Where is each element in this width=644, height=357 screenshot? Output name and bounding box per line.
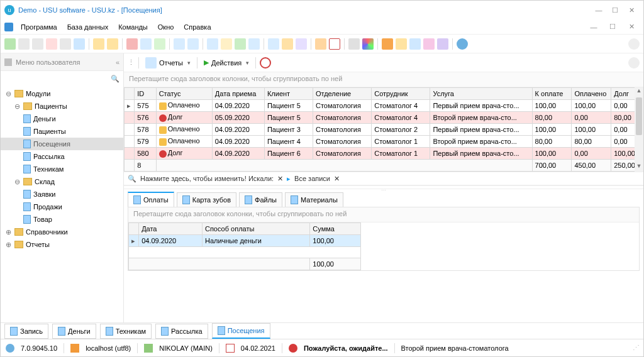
clock-icon[interactable] <box>315 38 326 50</box>
table-row[interactable]: 578Оплачено04.09.2020Пациент 3Стоматолог… <box>125 124 643 136</box>
calendar-icon[interactable] <box>329 38 340 50</box>
copy-icon[interactable] <box>60 38 71 50</box>
tab-files[interactable]: Файлы <box>239 192 282 207</box>
grid-scrollbar[interactable]: ▲ ▼ <box>635 87 643 172</box>
excel-icon[interactable] <box>235 38 246 50</box>
grid-menu-icon[interactable]: ⋮ <box>128 58 135 67</box>
table-icon[interactable] <box>174 38 185 50</box>
mdi-close-button[interactable]: ✕ <box>623 20 640 34</box>
col-status[interactable]: Статус <box>156 88 212 100</box>
award-icon[interactable] <box>107 38 118 50</box>
tree-modules[interactable]: ⊖Модули <box>1 87 123 100</box>
ftab-money[interactable]: Деньги <box>52 324 96 339</box>
mdi-restore-button[interactable]: ☐ <box>604 20 621 34</box>
mdi-minimize-button[interactable]: — <box>586 20 602 34</box>
group-icon[interactable] <box>423 38 435 50</box>
table-row[interactable]: ▸575Оплачено04.09.2020Пациент 5Стоматоло… <box>125 100 643 112</box>
dcol-sum[interactable]: Сумма <box>310 223 361 235</box>
import-icon[interactable] <box>248 38 260 50</box>
col-paid[interactable]: Оплачено <box>572 88 611 100</box>
bell-icon[interactable] <box>396 38 407 50</box>
image-icon[interactable] <box>140 38 152 50</box>
scroll-down-icon[interactable]: ▼ <box>636 163 642 172</box>
stop-button[interactable] <box>260 57 271 69</box>
scroll-up-icon[interactable]: ▲ <box>636 87 642 96</box>
menu-help[interactable]: Справка <box>180 22 214 32</box>
filter-clear-1[interactable]: ✕ <box>277 175 283 183</box>
tab-materials[interactable]: Материалы <box>285 192 343 207</box>
tab-teeth[interactable]: Карта зубов <box>177 192 236 207</box>
rss-icon[interactable] <box>382 38 393 50</box>
detail-grid[interactable]: Дата Способ оплаты Сумма ▸ 04.09.2020 На… <box>128 222 361 270</box>
flag-icon[interactable] <box>126 38 138 50</box>
tree-patients[interactable]: ⊖Пациенты <box>1 100 123 113</box>
ftab-tech[interactable]: Техникам <box>100 324 152 339</box>
tree-visits[interactable]: Посещения <box>1 138 123 150</box>
menu-program[interactable]: Программа <box>17 22 61 32</box>
add-doc-icon[interactable] <box>207 38 218 50</box>
scroll-thumb[interactable] <box>636 97 642 135</box>
col-topay[interactable]: К оплате <box>532 88 572 100</box>
dcol-method[interactable]: Способ оплаты <box>202 223 309 235</box>
star-icon[interactable] <box>282 38 293 50</box>
wand-icon[interactable] <box>437 38 448 50</box>
help-icon[interactable] <box>628 38 640 50</box>
filter-bar[interactable]: 🔍 Нажмите здесь, чтобы изменить! Искали:… <box>124 172 643 185</box>
col-srv[interactable]: Услуга <box>430 88 532 100</box>
tree-mailing[interactable]: Рассылка <box>1 150 123 163</box>
user-icon[interactable] <box>409 38 421 50</box>
col-emp[interactable]: Сотрудник <box>372 88 430 100</box>
tree-money[interactable]: Деньги <box>1 113 123 125</box>
tree-requests[interactable]: Заявки <box>1 188 123 200</box>
grid-help-icon[interactable] <box>628 57 640 69</box>
note-icon[interactable] <box>221 38 232 50</box>
link-icon[interactable] <box>268 38 279 50</box>
col-id[interactable]: ID <box>135 88 156 100</box>
gear-icon[interactable] <box>348 38 360 50</box>
detail-row[interactable]: ▸ 04.09.2020 Наличные деньги 100,00 <box>129 235 361 247</box>
minimize-button[interactable]: — <box>591 3 607 17</box>
detail-group-hint[interactable]: Перетащите сюда заголовок колонки, чтобы… <box>128 207 639 222</box>
edit-icon[interactable] <box>32 38 43 50</box>
actions-button[interactable]: ▶Действия <box>201 57 252 68</box>
sidebar-search[interactable]: 🔍 <box>1 71 123 86</box>
filter-clear-2[interactable]: ✕ <box>334 175 340 183</box>
refresh-icon[interactable] <box>4 38 16 50</box>
info-icon[interactable] <box>457 38 468 50</box>
trophy-icon[interactable] <box>93 38 104 50</box>
tree-patients-sub[interactable]: Пациенты <box>1 125 123 138</box>
tree-stock[interactable]: ⊖Склад <box>1 175 123 188</box>
color-icon[interactable] <box>362 38 374 50</box>
tree-sales[interactable]: Продажи <box>1 200 123 213</box>
form-icon[interactable] <box>187 38 199 50</box>
table-row[interactable]: 580Долг04.09.2020Пациент 6СтоматологияСт… <box>125 148 643 160</box>
users-icon[interactable] <box>296 38 307 50</box>
col-client[interactable]: Клиент <box>264 88 313 100</box>
ftab-visits[interactable]: Посещения <box>212 323 270 339</box>
search-icon[interactable] <box>74 38 85 50</box>
col-dept[interactable]: Отделение <box>313 88 371 100</box>
col-date[interactable]: Дата приема <box>212 88 264 100</box>
maximize-button[interactable]: ☐ <box>607 3 623 17</box>
group-hint[interactable]: Перетащите сюда заголовок колонки, чтобы… <box>124 72 643 87</box>
delete-icon[interactable] <box>46 38 57 50</box>
tab-payments[interactable]: Оплаты <box>128 192 174 207</box>
tree-goods[interactable]: Товар <box>1 213 123 226</box>
close-button[interactable]: ✕ <box>623 3 640 17</box>
menu-database[interactable]: База данных <box>64 22 113 32</box>
dcol-date[interactable]: Дата <box>139 223 203 235</box>
money-icon[interactable] <box>154 38 165 50</box>
sidebar-collapse-button[interactable]: « <box>116 58 119 66</box>
ftab-mail[interactable]: Рассылка <box>155 324 208 339</box>
menu-commands[interactable]: Команды <box>114 22 152 32</box>
resize-grip[interactable]: ⋰ <box>633 344 638 352</box>
reports-button[interactable]: Отчеты <box>143 56 193 70</box>
menu-window[interactable]: Окно <box>154 22 178 32</box>
table-row[interactable]: 579Оплачено04.09.2020Пациент 4Стоматолог… <box>125 136 643 148</box>
new-icon[interactable] <box>18 38 30 50</box>
table-row[interactable]: 576Долг05.09.2020Пациент 5СтоматологияСт… <box>125 112 643 124</box>
tree-tech[interactable]: Техникам <box>1 163 123 175</box>
ftab-record[interactable]: Запись <box>4 324 48 339</box>
main-grid[interactable]: ID Статус Дата приема Клиент Отделение С… <box>124 87 643 172</box>
tree-reports[interactable]: ⊕Отчеты <box>1 238 123 251</box>
